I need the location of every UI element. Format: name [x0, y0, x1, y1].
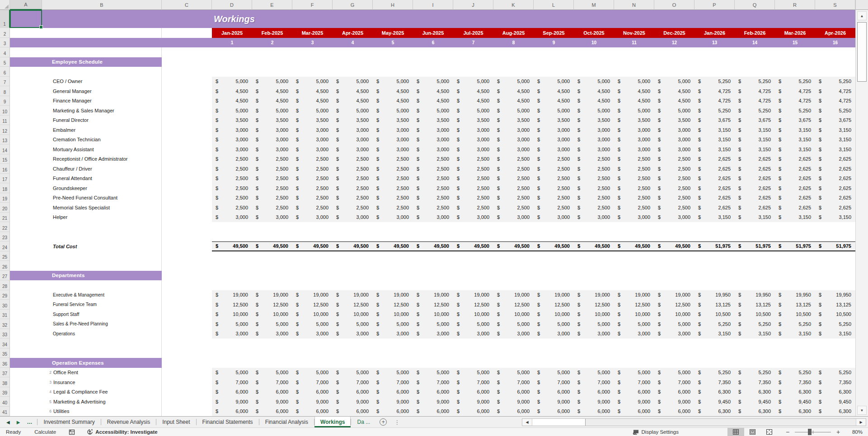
- cell-K21[interactable]: $3,000: [493, 213, 534, 223]
- row-header-2[interactable]: 2: [0, 28, 10, 38]
- tab-financial-analysis[interactable]: Financial Analysis: [259, 417, 314, 427]
- cell-S7[interactable]: $5,250: [815, 77, 855, 87]
- cell-J10[interactable]: $5,000: [453, 106, 493, 116]
- cell-P20[interactable]: $2,625: [694, 203, 735, 213]
- cell-B24[interactable]: Total Cost: [42, 241, 162, 251]
- cell-H7[interactable]: $5,000: [373, 77, 413, 87]
- tab-investment-summary[interactable]: Investment Summary: [38, 417, 100, 427]
- cell-L18[interactable]: $2,500: [534, 183, 574, 193]
- cell-Q40[interactable]: $9,450: [735, 397, 775, 407]
- tab-financial-statements[interactable]: Financial Statements: [197, 417, 259, 427]
- cell-B21[interactable]: Helper: [42, 213, 162, 223]
- cell-H30[interactable]: $12,500: [373, 300, 413, 310]
- cell-C2[interactable]: [162, 28, 212, 38]
- cell-R3[interactable]: 15: [775, 38, 815, 48]
- cell-J33[interactable]: $3,000: [453, 329, 493, 339]
- row-header-20[interactable]: 20: [0, 203, 10, 213]
- cell-O10[interactable]: $5,000: [654, 106, 694, 116]
- cell-P39[interactable]: $6,300: [694, 387, 735, 397]
- cell-B31[interactable]: Support Staff: [42, 310, 162, 320]
- cell-F13[interactable]: $3,000: [292, 135, 333, 145]
- cell-S8[interactable]: $4,725: [815, 86, 855, 96]
- cell-S38[interactable]: $7,350: [815, 377, 855, 387]
- cell-G12[interactable]: $3,000: [333, 125, 373, 135]
- cell-Q39[interactable]: $6,300: [735, 387, 775, 397]
- cell-O12[interactable]: $3,000: [654, 125, 694, 135]
- cell-Q11[interactable]: $3,675: [735, 116, 775, 125]
- cell-E3[interactable]: 2: [252, 38, 292, 48]
- accessibility-checker[interactable]: Accessibility: Investigate: [87, 429, 157, 435]
- row-header-40[interactable]: 40: [0, 397, 10, 407]
- row-header-23[interactable]: 23: [0, 232, 10, 242]
- cell-I10[interactable]: $5,000: [413, 106, 453, 116]
- cell-M11[interactable]: $3,500: [574, 116, 614, 125]
- row-header-35[interactable]: 35: [0, 348, 10, 358]
- cell-N14[interactable]: $3,000: [614, 144, 654, 154]
- cell-S10[interactable]: $5,250: [815, 106, 855, 116]
- cell-D33[interactable]: $3,000: [212, 329, 252, 339]
- horizontal-scroll-thumb[interactable]: [532, 419, 586, 426]
- row-header-27[interactable]: 27: [0, 271, 10, 281]
- cell-N17[interactable]: $2,500: [614, 174, 654, 184]
- cell-F14[interactable]: $3,000: [292, 144, 333, 154]
- cell-L9[interactable]: $4,500: [534, 96, 574, 106]
- cell-Q3[interactable]: 14: [735, 38, 775, 48]
- cell-D41[interactable]: $6,000: [212, 407, 252, 417]
- cell-G8[interactable]: $4,500: [333, 86, 373, 96]
- row-header-13[interactable]: 13: [0, 135, 10, 145]
- display-settings-button[interactable]: Display Settings: [633, 429, 679, 435]
- cell-E29[interactable]: $19,000: [252, 290, 292, 300]
- cell-Q17[interactable]: $2,625: [735, 174, 775, 184]
- cell-K19[interactable]: $2,500: [493, 193, 534, 203]
- cell-G32[interactable]: $5,000: [333, 319, 373, 329]
- cell-D15[interactable]: $2,500: [212, 154, 252, 164]
- cell-K16[interactable]: $2,500: [493, 164, 534, 174]
- cell-G40[interactable]: $9,000: [333, 397, 373, 407]
- cell-N18[interactable]: $2,500: [614, 183, 654, 193]
- cell-Q19[interactable]: $2,625: [735, 193, 775, 203]
- select-all-corner[interactable]: [0, 0, 10, 10]
- cell-N13[interactable]: $3,000: [614, 135, 654, 145]
- cell-R7[interactable]: $5,250: [775, 77, 815, 87]
- cell-R11[interactable]: $3,675: [775, 116, 815, 125]
- cell-K8[interactable]: $4,500: [493, 86, 534, 96]
- cell-L32[interactable]: $5,000: [534, 319, 574, 329]
- cell-H3[interactable]: 5: [373, 38, 413, 48]
- row-header-1[interactable]: 1: [0, 10, 10, 28]
- cell-R32[interactable]: $5,250: [775, 319, 815, 329]
- row-header-4[interactable]: 4: [0, 47, 10, 57]
- cell-E17[interactable]: $2,500: [252, 174, 292, 184]
- cell-F39[interactable]: $6,000: [292, 387, 333, 397]
- cell-J2[interactable]: Jul-2025: [453, 28, 493, 38]
- cell-M17[interactable]: $2,500: [574, 174, 614, 184]
- row-header-31[interactable]: 31: [0, 310, 10, 320]
- cell-N2[interactable]: Nov-2025: [614, 28, 654, 38]
- scroll-down-icon[interactable]: ▼: [857, 406, 867, 415]
- vertical-scroll-thumb[interactable]: [857, 22, 867, 82]
- cell-C41[interactable]: [162, 407, 212, 417]
- cell-A23[interactable]: [10, 232, 42, 242]
- cell-K24[interactable]: $49,500: [493, 241, 534, 251]
- cell-S40[interactable]: $9,450: [815, 397, 855, 407]
- cell-B40[interactable]: 5Marketing & Advertising: [42, 397, 162, 407]
- cell-S13[interactable]: $3,150: [815, 135, 855, 145]
- cell-B20[interactable]: Memorial Sales Specialist: [42, 203, 162, 213]
- cell-A20[interactable]: [10, 203, 42, 213]
- cell-F24[interactable]: $49,500: [292, 241, 333, 251]
- calculate-status[interactable]: Calculate: [34, 429, 56, 435]
- cell-C9[interactable]: [162, 96, 212, 106]
- cell-H16[interactable]: $2,500: [373, 164, 413, 174]
- cell-E18[interactable]: $2,500: [252, 183, 292, 193]
- column-header-M[interactable]: M: [574, 0, 614, 10]
- cell-F31[interactable]: $10,000: [292, 310, 333, 320]
- cell-D14[interactable]: $3,000: [212, 144, 252, 154]
- cell-F9[interactable]: $4,500: [292, 96, 333, 106]
- cell-E20[interactable]: $2,500: [252, 203, 292, 213]
- cell-D29[interactable]: $19,000: [212, 290, 252, 300]
- cell-O37[interactable]: $5,000: [654, 368, 694, 378]
- cell-N7[interactable]: $5,000: [614, 77, 654, 87]
- cell-Q7[interactable]: $5,250: [735, 77, 775, 87]
- cell-O40[interactable]: $9,000: [654, 397, 694, 407]
- cell-J3[interactable]: 7: [453, 38, 493, 48]
- cell-C32[interactable]: [162, 319, 212, 329]
